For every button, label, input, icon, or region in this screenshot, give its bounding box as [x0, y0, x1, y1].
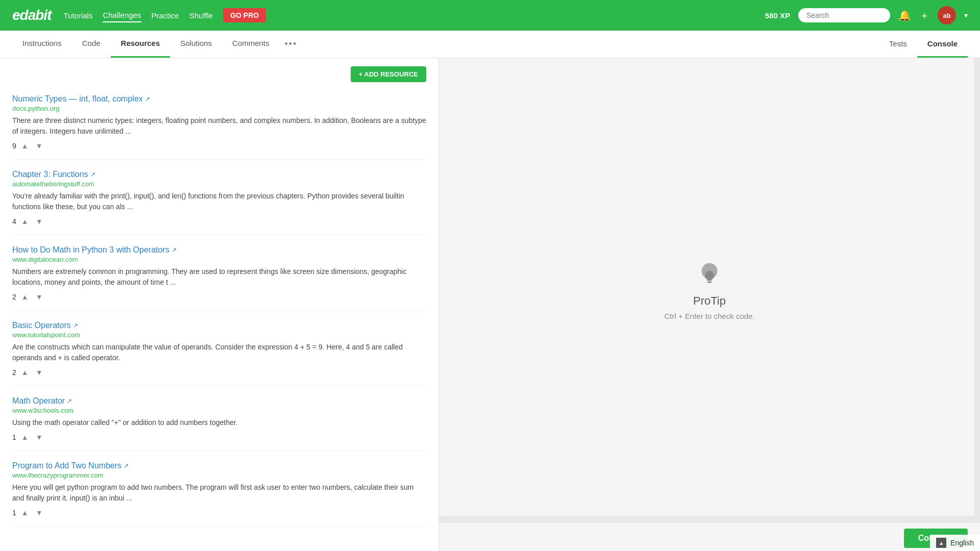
vertical-scrollbar[interactable]: [974, 58, 980, 522]
avatar[interactable]: ab: [938, 6, 956, 24]
search-input[interactable]: [798, 8, 890, 22]
list-item: Chapter 3: Functions ↗ automatetheboring…: [12, 170, 426, 235]
resource-domain-4: www.w3schools.com: [12, 407, 426, 414]
right-panel: ProTip Ctrl + Enter to check code. Conti…: [439, 58, 980, 551]
downvote-button-3[interactable]: ▼: [34, 367, 45, 378]
svg-rect-2: [707, 282, 712, 283]
more-tabs-icon[interactable]: •••: [280, 31, 303, 58]
add-icon[interactable]: ＋: [919, 9, 929, 22]
downvote-button-5[interactable]: ▼: [34, 508, 45, 518]
nav-practice[interactable]: Practice: [152, 9, 179, 22]
protip-container: ProTip Ctrl + Enter to check code.: [664, 260, 754, 320]
protip-description: Ctrl + Enter to check code.: [664, 312, 754, 320]
tab-console[interactable]: Console: [917, 31, 968, 58]
console-area: ProTip Ctrl + Enter to check code.: [439, 58, 980, 522]
resource-desc-4: Using the math operator called "+" or ad…: [12, 417, 426, 428]
vote-count-1: 4: [12, 217, 16, 226]
footer-bar: ▲ English: [930, 535, 980, 551]
go-pro-button[interactable]: GO PRO: [223, 8, 266, 22]
tab-tests[interactable]: Tests: [879, 31, 917, 58]
external-link-icon: ↗: [172, 246, 177, 254]
vote-row-3: 2 ▲ ▼: [12, 367, 426, 378]
external-link-icon: ↗: [67, 397, 72, 405]
resource-domain-2: www.digitalocean.com: [12, 256, 426, 263]
sub-nav: Instructions Code Resources Solutions Co…: [0, 31, 980, 58]
horizontal-scrollbar[interactable]: [439, 516, 974, 522]
external-link-icon: ↗: [124, 462, 129, 469]
svg-rect-1: [707, 279, 712, 281]
resource-desc-3: Are the constructs which can manipulate …: [12, 342, 426, 363]
vote-count-2: 2: [12, 293, 16, 301]
vote-row-4: 1 ▲ ▼: [12, 432, 426, 442]
language-up-button[interactable]: ▲: [936, 538, 946, 548]
resource-domain-5: www.thecrazyprogrammer.com: [12, 471, 426, 479]
vote-row-0: 9 ▲ ▼: [12, 141, 426, 151]
upvote-button-5[interactable]: ▲: [19, 508, 31, 518]
downvote-button-0[interactable]: ▼: [34, 141, 45, 151]
resource-domain-0: docs.python.org: [12, 105, 426, 112]
external-link-icon: ↗: [145, 95, 150, 103]
header-right: 580 XP 🔔 ＋ ab ▾: [765, 6, 968, 24]
vote-count-4: 1: [12, 433, 16, 441]
list-item: Program to Add Two Numbers ↗ www.thecraz…: [12, 461, 426, 527]
tab-solutions[interactable]: Solutions: [170, 31, 222, 58]
header: edabit Tutorials Challenges Practice Shu…: [0, 0, 980, 31]
vote-count-0: 9: [12, 142, 16, 150]
language-label: English: [950, 539, 974, 547]
resource-desc-1: You're already familiar with the print()…: [12, 191, 426, 212]
nav-tutorials[interactable]: Tutorials: [63, 9, 92, 22]
external-link-icon: ↗: [90, 171, 95, 178]
resource-link-1[interactable]: Chapter 3: Functions ↗: [12, 170, 95, 179]
vote-row-5: 1 ▲ ▼: [12, 508, 426, 518]
nav-challenges[interactable]: Challenges: [103, 9, 141, 22]
downvote-button-2[interactable]: ▼: [34, 292, 45, 302]
resource-desc-5: Here you will get python program to add …: [12, 482, 426, 504]
downvote-button-1[interactable]: ▼: [34, 216, 45, 227]
notification-icon[interactable]: 🔔: [898, 9, 911, 21]
sub-nav-right: Tests Console: [879, 31, 968, 58]
upvote-button-3[interactable]: ▲: [19, 367, 31, 378]
lightbulb-icon: [694, 260, 725, 290]
protip-title: ProTip: [693, 294, 726, 308]
tab-resources[interactable]: Resources: [111, 31, 170, 58]
tab-code[interactable]: Code: [72, 31, 111, 58]
list-item: Numeric Types — int, float, complex ↗ do…: [12, 94, 426, 160]
list-item: Basic Operators ↗ www.tutorialspoint.com…: [12, 321, 426, 386]
resource-desc-0: There are three distinct numeric types: …: [12, 115, 426, 137]
add-resource-button[interactable]: + ADD RESOURCE: [351, 66, 426, 82]
resource-link-2[interactable]: How to Do Math in Python 3 with Operator…: [12, 245, 177, 255]
chevron-down-icon[interactable]: ▾: [964, 11, 968, 19]
xp-display: 580 XP: [765, 11, 790, 20]
vote-count-5: 1: [12, 509, 16, 517]
resource-link-0[interactable]: Numeric Types — int, float, complex ↗: [12, 94, 150, 104]
logo[interactable]: edabit: [12, 7, 51, 23]
list-item: How to Do Math in Python 3 with Operator…: [12, 245, 426, 311]
list-item: Math Operator ↗ www.w3schools.com Using …: [12, 396, 426, 451]
tab-instructions[interactable]: Instructions: [12, 31, 72, 58]
nav-shuffle[interactable]: Shuffle: [189, 9, 213, 22]
main-content: + ADD RESOURCE Numeric Types — int, floa…: [0, 58, 980, 551]
resource-link-4[interactable]: Math Operator ↗: [12, 396, 72, 406]
upvote-button-0[interactable]: ▲: [19, 141, 31, 151]
console-bottom: Continue: [439, 522, 980, 551]
resources-panel: + ADD RESOURCE Numeric Types — int, floa…: [0, 58, 439, 551]
upvote-button-1[interactable]: ▲: [19, 216, 31, 227]
external-link-icon: ↗: [73, 322, 78, 329]
upvote-button-4[interactable]: ▲: [19, 432, 31, 442]
resource-domain-3: www.tutorialspoint.com: [12, 331, 426, 339]
resource-domain-1: automatetheboringstuff.com: [12, 180, 426, 188]
tab-comments[interactable]: Comments: [222, 31, 280, 58]
resource-desc-2: Numbers are extremely common in programm…: [12, 266, 426, 288]
vote-count-3: 2: [12, 368, 16, 377]
sub-nav-left: Instructions Code Resources Solutions Co…: [12, 31, 302, 58]
resource-link-5[interactable]: Program to Add Two Numbers ↗: [12, 461, 129, 470]
downvote-button-4[interactable]: ▼: [34, 432, 45, 442]
main-nav: Tutorials Challenges Practice Shuffle GO…: [63, 8, 266, 22]
vote-row-2: 2 ▲ ▼: [12, 292, 426, 302]
upvote-button-2[interactable]: ▲: [19, 292, 31, 302]
vote-row-1: 4 ▲ ▼: [12, 216, 426, 227]
resource-link-3[interactable]: Basic Operators ↗: [12, 321, 78, 330]
